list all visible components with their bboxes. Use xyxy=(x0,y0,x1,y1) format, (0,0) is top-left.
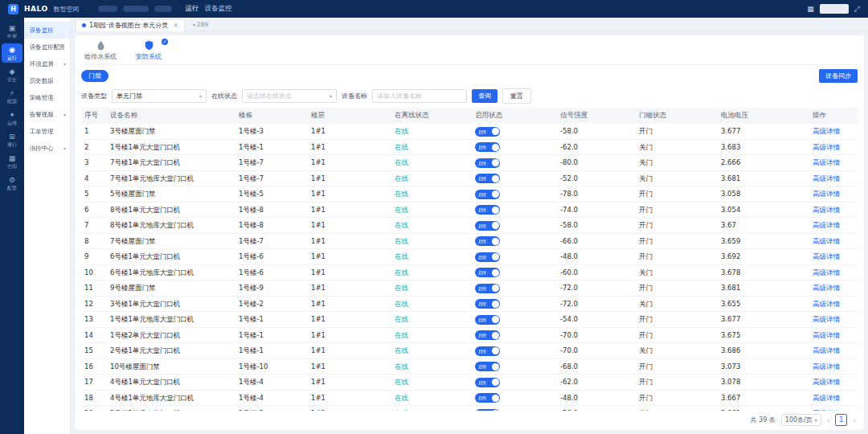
enable-toggle[interactable]: 启用 xyxy=(475,174,500,183)
tab-security-system[interactable]: ✓ 安防系统 xyxy=(136,40,162,61)
rail-item-ops[interactable]: ✦运维 xyxy=(2,108,23,128)
advanced-detail-link[interactable]: 高级详情 xyxy=(813,190,840,198)
advanced-detail-link[interactable]: 高级详情 xyxy=(813,158,840,166)
toggle-knob-icon xyxy=(492,128,499,135)
cell-no: 15 xyxy=(81,343,107,359)
enable-toggle[interactable]: 启用 xyxy=(475,190,500,199)
enable-toggle[interactable]: 启用 xyxy=(475,330,500,340)
enable-toggle[interactable]: 启用 xyxy=(475,315,500,325)
advanced-detail-link[interactable]: 高级详情 xyxy=(813,252,840,260)
enable-toggle[interactable]: 启用 xyxy=(475,284,500,293)
sidebar-item-label: 策略管理 xyxy=(30,93,53,101)
cell-no: 18 xyxy=(81,390,107,406)
sidebar-item-2[interactable]: 环境监测▾ xyxy=(24,55,70,72)
tab-current[interactable]: 1期园·设备视图台·单元分类 × xyxy=(76,19,185,31)
enable-toggle[interactable]: 启用 xyxy=(475,127,500,137)
enable-toggle[interactable]: 启用 xyxy=(475,236,500,246)
sidebar-item-3[interactable]: 历史数据 xyxy=(24,72,70,89)
advanced-detail-link[interactable]: 高级详情 xyxy=(813,174,840,182)
enable-toggle[interactable]: 启用 xyxy=(475,299,500,309)
advanced-detail-link[interactable]: 高级详情 xyxy=(813,331,840,339)
enable-toggle[interactable]: 启用 xyxy=(475,346,500,356)
online-status-select[interactable]: 请选择在线状态 ▾ xyxy=(242,89,337,103)
toggle-label: 启用 xyxy=(478,190,486,198)
toggle-knob-icon xyxy=(492,285,499,292)
advanced-detail-link[interactable]: 高级详情 xyxy=(813,346,840,354)
user-info-redacted[interactable] xyxy=(820,4,849,14)
access-icon: ⊞ xyxy=(9,133,15,141)
advanced-detail-link[interactable]: 高级详情 xyxy=(813,362,840,371)
enable-toggle[interactable]: 启用 xyxy=(475,158,500,168)
tab-drainage-system[interactable]: 给排水系统 xyxy=(84,40,117,61)
enable-toggle[interactable]: 启用 xyxy=(475,409,500,411)
enable-toggle[interactable]: 启用 xyxy=(475,142,500,152)
advanced-detail-link[interactable]: 高级详情 xyxy=(813,221,840,229)
advanced-detail-link[interactable]: 高级详情 xyxy=(813,378,840,386)
cell-device-name: 5号楼屋面门禁 xyxy=(107,186,235,203)
category-pill-door-access[interactable]: 门禁 xyxy=(81,70,108,82)
breadcrumb-page[interactable]: 设备监控 xyxy=(205,4,232,14)
redacted-nav-item[interactable] xyxy=(123,6,149,12)
sidebar-item-4[interactable]: 策略管理 xyxy=(24,89,70,106)
cell-building: 1号楼-3 xyxy=(235,124,308,139)
next-page-button[interactable]: › xyxy=(853,416,856,424)
advanced-detail-link[interactable]: 高级详情 xyxy=(813,268,840,276)
cell-signal: -68.0 xyxy=(557,358,636,375)
device-name-input[interactable] xyxy=(372,89,467,103)
rail-item-gear[interactable]: ⚙配置 xyxy=(2,174,23,193)
advanced-detail-link[interactable]: 高级详情 xyxy=(813,143,840,151)
advanced-detail-link[interactable]: 高级详情 xyxy=(813,284,840,292)
apps-grid-icon[interactable]: ▦ xyxy=(807,5,814,13)
cell-building: 1号楼-1 xyxy=(235,139,308,155)
cell-signal: -62.0 xyxy=(557,375,636,391)
sidebar-item-5[interactable]: 告警视频▾ xyxy=(24,106,70,123)
advanced-detail-link[interactable]: 高级详情 xyxy=(813,206,840,214)
sidebar-item-6[interactable]: 工单管理 xyxy=(24,123,70,140)
rail-item-energy[interactable]: ⚡能源 xyxy=(2,87,23,106)
advanced-detail-link[interactable]: 高级详情 xyxy=(813,394,840,402)
filter-bar: 设备类型 单元门禁 ▾ 在线状态 请选择在线状态 ▾ 设备名称 查询 重置 xyxy=(81,88,858,104)
enable-toggle[interactable]: 启用 xyxy=(475,252,500,262)
device-type-select[interactable]: 单元门禁 ▾ xyxy=(112,89,207,103)
toggle-knob-icon xyxy=(492,190,499,198)
run-icon: ◉ xyxy=(9,46,15,54)
cell-device-name: 7号楼1单元地库大堂门口机 xyxy=(107,170,235,186)
rail-item-shield[interactable]: ◆安全 xyxy=(2,65,23,84)
rail-item-space[interactable]: ▦空间 xyxy=(2,152,23,171)
online-status: 在线 xyxy=(395,252,408,260)
cell-signal: -66.0 xyxy=(557,233,636,249)
tab-overflow[interactable]: ▾ 289 xyxy=(193,21,208,28)
sidebar-item-0[interactable]: 设备监控 xyxy=(24,22,70,39)
device-sync-button[interactable]: 设备同步 xyxy=(819,69,858,83)
fullscreen-icon[interactable]: ⤢ xyxy=(854,5,860,14)
rail-item-run[interactable]: ◉运行 xyxy=(2,43,23,63)
cell-voltage: 3.655 xyxy=(718,296,809,312)
sidebar-item-7[interactable]: 消控中心▾ xyxy=(24,140,70,157)
advanced-detail-link[interactable]: 高级详情 xyxy=(813,237,840,245)
sidebar-item-1[interactable]: 设备监控配置 xyxy=(24,39,70,55)
enable-toggle[interactable]: 启用 xyxy=(475,362,500,371)
rail-item-access[interactable]: ⊞通行 xyxy=(2,130,23,149)
enable-toggle[interactable]: 启用 xyxy=(475,205,500,215)
enable-toggle[interactable]: 启用 xyxy=(475,268,500,277)
enable-toggle[interactable]: 启用 xyxy=(475,221,500,231)
enable-toggle[interactable]: 启用 xyxy=(475,393,500,403)
breadcrumb-module[interactable]: 运行 xyxy=(186,4,199,14)
advanced-detail-link[interactable]: 高级详情 xyxy=(813,300,840,308)
advanced-detail-link[interactable]: 高级详情 xyxy=(813,127,840,135)
redacted-nav-item[interactable] xyxy=(154,6,172,12)
cell-no: 14 xyxy=(81,327,107,343)
enable-toggle[interactable]: 启用 xyxy=(475,378,500,387)
prev-page-button[interactable]: ‹ xyxy=(827,416,830,424)
search-button[interactable]: 查询 xyxy=(472,89,497,103)
toggle-label: 启用 xyxy=(478,394,486,402)
page-number-current[interactable]: 1 xyxy=(835,414,847,426)
reset-button[interactable]: 重置 xyxy=(502,88,531,104)
tab-close-icon[interactable]: × xyxy=(173,22,178,29)
table-header-row: 序号设备名称楼栋楼层在离线状态启用状态信号强度门磁状态电池电压操作 xyxy=(81,108,858,124)
page-size-select[interactable]: 100条/页 ▾ xyxy=(781,414,821,426)
rail-item-screen[interactable]: ▣中屏 xyxy=(2,22,23,41)
advanced-detail-link[interactable]: 高级详情 xyxy=(813,315,840,323)
redacted-nav-item[interactable] xyxy=(98,6,117,12)
toggle-knob-icon xyxy=(492,144,499,151)
